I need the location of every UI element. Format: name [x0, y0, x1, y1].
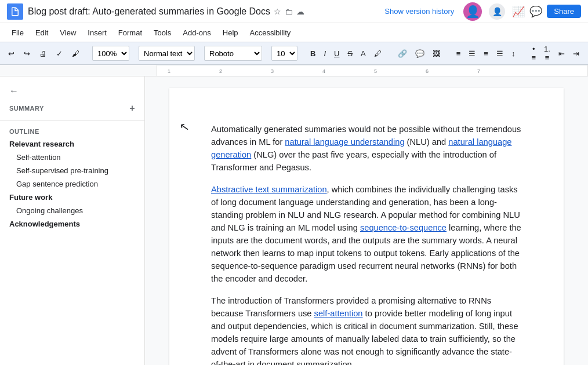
link-abstractive[interactable]: Abstractive text summarization	[211, 185, 327, 194]
menu-tools[interactable]: Tools	[149, 26, 176, 39]
version-history-link[interactable]: Show version history	[384, 7, 454, 16]
menu-insert[interactable]: Insert	[83, 26, 111, 39]
text-format-group: B I U S A 🖊	[307, 47, 385, 60]
numbered-list-button[interactable]: 1. ≡	[540, 42, 554, 64]
menu-format[interactable]: Format	[114, 26, 147, 39]
outline-ongoing-challenges[interactable]: Ongoing challenges	[0, 204, 144, 217]
outline-acknowledgements[interactable]: Acknowledgements	[0, 217, 144, 231]
align-right-button[interactable]: ≡	[480, 47, 492, 60]
svg-text:3: 3	[271, 68, 274, 74]
outline-self-attention[interactable]: Self-attention	[0, 151, 144, 164]
text-color-button[interactable]: A	[357, 47, 369, 60]
strikethrough-button[interactable]: S	[344, 47, 356, 60]
link-self-attention[interactable]: self-attention	[314, 309, 363, 318]
sidebar-divider	[0, 121, 144, 121]
comment-button[interactable]: 💬	[412, 47, 428, 60]
summary-section: SUMMARY +	[0, 101, 144, 116]
menu-bar: File Edit View Insert Format Tools Add-o…	[0, 23, 588, 42]
svg-text:5: 5	[374, 68, 377, 74]
menu-file[interactable]: File	[7, 26, 28, 39]
undo-button[interactable]: ↩	[5, 47, 18, 60]
menu-accessibility[interactable]: Accessibility	[245, 26, 296, 39]
doc-area[interactable]: ↖ Automatically generated summaries woul…	[145, 76, 588, 365]
mouse-cursor: ↖	[179, 119, 191, 135]
sidebar-back: ←	[0, 83, 144, 101]
decrease-indent-button[interactable]: ⇤	[555, 47, 568, 60]
star-icon[interactable]: ☆	[274, 7, 281, 16]
svg-text:6: 6	[426, 68, 429, 74]
align-justify-button[interactable]: ☰	[493, 47, 507, 60]
paragraph-1: Automatically generated summaries would …	[211, 123, 522, 174]
doc-title: Blog post draft: Auto-generated summarie…	[28, 6, 270, 17]
outline-label: OUTLINE	[0, 126, 144, 137]
line-spacing-button[interactable]: ↕	[508, 47, 519, 60]
header-icons: 👤 👤 📈 💬 Share	[463, 2, 581, 21]
back-arrow-icon[interactable]: ←	[9, 86, 19, 96]
main-layout: ← SUMMARY + OUTLINE Relevant research Se…	[0, 76, 588, 365]
svg-text:7: 7	[477, 68, 480, 74]
image-button[interactable]: 🖼	[429, 47, 444, 60]
style-select[interactable]: Normal text Heading 1 Heading 2 Heading …	[139, 46, 195, 61]
title-bar: Blog post draft: Auto-generated summarie…	[0, 0, 588, 23]
doc-page: ↖ Automatically generated summaries woul…	[169, 88, 564, 365]
summary-label: SUMMARY	[9, 105, 44, 112]
align-group: ≡ ☰ ≡ ☰ ↕	[453, 47, 519, 60]
font-select[interactable]: Roboto Arial Times New Roman	[204, 46, 262, 61]
add-summary-button[interactable]: +	[129, 103, 135, 114]
menu-view[interactable]: View	[55, 26, 81, 39]
folder-icon[interactable]: 🗀	[285, 7, 293, 16]
svg-text:1: 1	[168, 68, 170, 74]
zoom-select[interactable]: 100% 75% 125% 150%	[92, 46, 129, 61]
ruler: 1 2 3 4 5 6 7	[0, 65, 588, 76]
menu-edit[interactable]: Edit	[31, 26, 53, 39]
ruler-svg: 1 2 3 4 5 6 7	[157, 65, 587, 76]
cloud-icon[interactable]: ☁	[296, 7, 304, 16]
align-center-button[interactable]: ☰	[465, 47, 479, 60]
docs-icon	[7, 3, 23, 20]
paint-format-button[interactable]: 🖌	[68, 47, 83, 60]
share-icon[interactable]: Share	[547, 5, 581, 18]
paragraph-3: The introduction of Transformers provide…	[211, 294, 522, 365]
align-left-button[interactable]: ≡	[453, 47, 464, 60]
redo-button[interactable]: ↪	[20, 47, 34, 60]
svg-text:2: 2	[219, 68, 222, 74]
activity-icon[interactable]: 📈	[512, 5, 525, 18]
title-action-icons: ☆ 🗀 ☁	[274, 7, 304, 16]
highlight-button[interactable]: 🖊	[371, 47, 385, 60]
bullet-list-button[interactable]: • ≡	[528, 42, 539, 64]
outline-future-work[interactable]: Future work	[0, 191, 144, 204]
svg-text:4: 4	[322, 68, 325, 74]
avatar: 👤	[463, 2, 482, 21]
spellcheck-button[interactable]: ✓	[53, 47, 66, 60]
outline-relevant-research[interactable]: Relevant research	[0, 137, 144, 151]
toolbar: ↩ ↪ 🖨 ✓ 🖌 100% 75% 125% 150% Normal text…	[0, 42, 588, 65]
outline-self-supervised[interactable]: Self-supervised pre-training	[0, 164, 144, 177]
link-button[interactable]: 🔗	[394, 47, 411, 60]
increase-indent-button[interactable]: ⇥	[569, 47, 583, 60]
link-seq2seq[interactable]: sequence-to-sequence	[360, 223, 447, 232]
menu-addons[interactable]: Add-ons	[178, 26, 215, 39]
italic-button[interactable]: I	[320, 47, 329, 60]
font-size-select[interactable]: 10 11 12 14	[271, 46, 297, 61]
link-group: 🔗 💬 🖼	[394, 47, 444, 60]
menu-help[interactable]: Help	[218, 26, 243, 39]
sidebar: ← SUMMARY + OUTLINE Relevant research Se…	[0, 76, 145, 365]
link-nlu[interactable]: natural language understanding	[285, 137, 404, 147]
clear-format-button[interactable]: ⊘	[584, 47, 588, 60]
comments-icon[interactable]: 💬	[529, 5, 542, 18]
bold-button[interactable]: B	[307, 47, 319, 60]
list-group: • ≡ 1. ≡ ⇤ ⇥ ⊘	[528, 42, 588, 64]
print-button[interactable]: 🖨	[36, 47, 50, 60]
avatar-group: 👤	[489, 3, 505, 20]
underline-button[interactable]: U	[331, 47, 343, 60]
outline-gap-sentence[interactable]: Gap sentence prediction	[0, 177, 144, 191]
ruler-inner: 1 2 3 4 5 6 7	[157, 65, 588, 76]
paragraph-2: Abstractive text summarization, which co…	[211, 183, 522, 285]
